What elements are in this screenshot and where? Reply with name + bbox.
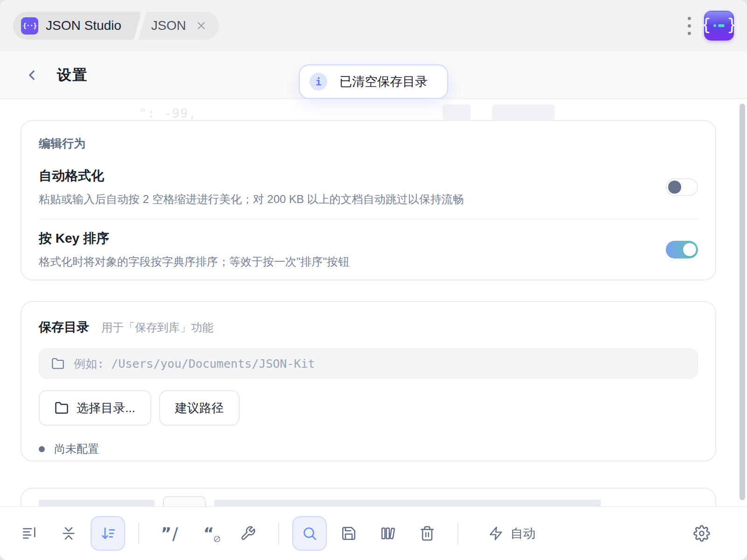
quotes-slash-icon: ”/ [159, 523, 180, 544]
status-dot-icon [39, 446, 45, 452]
app-logo-mini-icon: {··} [21, 17, 38, 35]
save-directory-title-row: 保存目录 用于「保存到库」功能 [39, 319, 698, 336]
card-editing-behavior: 编辑行为 自动格式化 粘贴或输入后自动按 2 空格缩进进行美化；对 200 KB… [21, 120, 716, 280]
setting-row-sortkeys: 按 Key 排序 格式化时将对象的字段按字典序排序；等效于按一次"排序"按钮 [21, 219, 715, 281]
editor-ghost-text: ": -99, [139, 106, 197, 120]
back-button[interactable] [21, 65, 42, 85]
save-directory-subtitle: 用于「保存到库」功能 [101, 320, 213, 335]
status-text: 尚未配置 [54, 441, 99, 456]
save-directory-status: 尚未配置 [39, 441, 698, 456]
setting-sortkeys-text: 按 Key 排序 格式化时将对象的字段按字典序排序；等效于按一次"排序"按钮 [39, 230, 349, 269]
bottom-toolbar: ”/ “ [0, 506, 747, 560]
setting-autoformat-description: 粘贴或输入后自动按 2 空格缩进进行美化；对 200 KB 以上的文档自动跳过以… [39, 192, 464, 207]
trash-icon [419, 525, 435, 541]
collapse-vertical-icon [61, 525, 77, 541]
tab-app-label: JSON Studio [46, 18, 121, 33]
tab-group: {··} JSON Studio JSON [13, 12, 219, 40]
tab-document[interactable]: JSON [147, 12, 219, 40]
library-button[interactable] [371, 516, 405, 551]
setting-sortkeys-description: 格式化时将对象的字段按字典序排序；等效于按一次"排序"按钮 [39, 254, 349, 269]
search-button[interactable] [292, 516, 327, 551]
strip-quotes-button[interactable]: “ [191, 516, 226, 551]
tab-strip: {··} JSON Studio JSON { } [0, 0, 747, 51]
setting-row-autoformat: 自动格式化 粘贴或输入后自动按 2 空格缩进进行美化；对 200 KB 以上的文… [21, 157, 715, 219]
clear-button[interactable] [410, 516, 444, 551]
minify-button[interactable] [51, 516, 86, 551]
toast-message: 已清空保存目录 [339, 73, 428, 90]
save-icon [341, 525, 357, 541]
toolbar-divider [138, 523, 139, 544]
tab-app[interactable]: {··} JSON Studio [13, 12, 134, 40]
wrench-icon [240, 525, 256, 541]
save-directory-field[interactable] [39, 349, 698, 378]
folder-icon [55, 401, 69, 415]
auto-mode-label: 自动 [510, 525, 536, 542]
repair-button[interactable] [231, 516, 265, 551]
format-icon [21, 525, 37, 541]
toast-notification: i 已清空保存目录 [299, 64, 448, 99]
app-window: {··} JSON Studio JSON { } [0, 0, 747, 560]
sort-descending-icon [99, 525, 116, 542]
page-title: 设置 [57, 65, 88, 85]
save-directory-buttons: 选择目录... 建议路径 [39, 390, 698, 426]
library-icon [380, 525, 396, 541]
overflow-menu-icon[interactable] [685, 14, 694, 38]
format-button[interactable] [12, 516, 47, 551]
toolbar-divider [278, 523, 279, 544]
close-tab-icon[interactable] [195, 19, 208, 32]
setting-autoformat-text: 自动格式化 粘贴或输入后自动按 2 空格缩进进行美化；对 200 KB 以上的文… [39, 167, 464, 207]
sortkeys-toggle[interactable] [666, 241, 698, 259]
search-icon [302, 525, 317, 541]
save-directory-input[interactable] [74, 357, 685, 371]
card-partial-clipped-row [39, 500, 698, 506]
save-button[interactable] [331, 516, 366, 551]
save-directory-title: 保存目录 [39, 319, 89, 336]
toolbar-divider [458, 523, 458, 544]
editor-ghost-chip [492, 105, 555, 120]
folder-icon [51, 357, 64, 370]
convert-quotes-button[interactable]: ”/ [152, 516, 187, 551]
editor-ghost-chip [443, 105, 471, 120]
kbd-badge [163, 496, 206, 506]
scrollbar-thumb[interactable] [740, 104, 745, 500]
setting-autoformat-label: 自动格式化 [39, 167, 464, 185]
choose-directory-button[interactable]: 选择目录... [39, 390, 151, 426]
brace-right-glyph: } [727, 16, 737, 33]
card-save-directory: 保存目录 用于「保存到库」功能 选择目录... 建议路径 [21, 301, 716, 462]
suggest-path-button[interactable]: 建议路径 [159, 390, 240, 426]
sort-keys-button[interactable] [91, 516, 125, 551]
settings-content: ": -99, 编辑行为 自动格式化 粘贴或输入后自动按 2 空格缩进进行美化；… [0, 99, 747, 506]
quotes-off-icon: “ [198, 523, 219, 544]
logo-accent-marks [713, 24, 725, 27]
suggest-path-label: 建议路径 [175, 400, 224, 416]
choose-directory-label: 选择目录... [77, 400, 135, 416]
autoformat-toggle[interactable] [666, 178, 698, 196]
setting-sortkeys-label: 按 Key 排序 [39, 230, 349, 247]
tab-separator [134, 12, 147, 40]
settings-button[interactable] [684, 516, 719, 551]
settings-header: 设置 i 已清空保存目录 [0, 51, 747, 99]
gear-icon [693, 525, 710, 542]
card-partial [21, 488, 716, 506]
card-editing-title: 编辑行为 [39, 136, 698, 151]
app-logo-icon[interactable]: { } [704, 11, 734, 41]
tab-document-label: JSON [151, 18, 186, 33]
zap-icon [488, 526, 503, 541]
brace-left-glyph: { [701, 16, 711, 33]
info-icon: i [310, 73, 327, 91]
auto-mode-button[interactable]: 自动 [488, 525, 536, 542]
tabstrip-right: { } [685, 11, 734, 41]
